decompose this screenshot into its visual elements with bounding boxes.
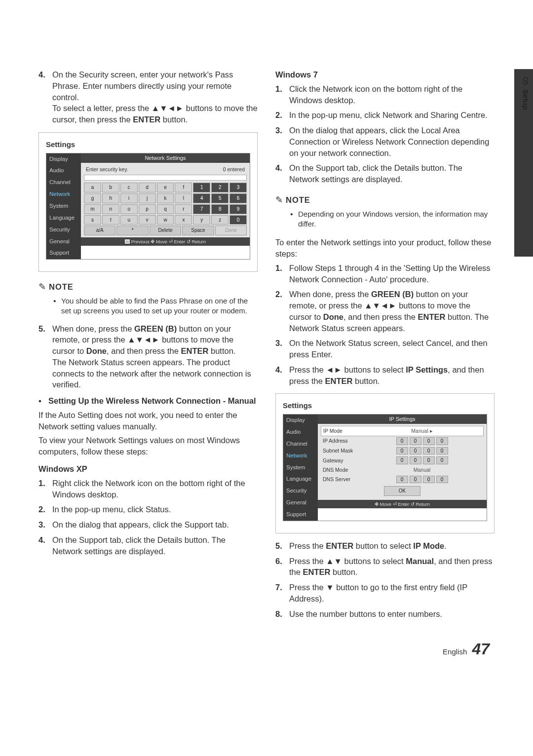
subsection-title: Setting Up the Wireless Network Connecti… <box>48 395 258 407</box>
sidebar-item-channel[interactable]: Channel <box>283 438 318 450</box>
octet[interactable]: 0 <box>396 447 408 455</box>
key-h[interactable]: h <box>102 193 119 203</box>
key-a[interactable]: a <box>84 183 101 192</box>
key-x[interactable]: x <box>175 215 192 225</box>
key-4[interactable]: 4 <box>193 193 210 203</box>
sidebar-item-general[interactable]: General <box>46 236 81 248</box>
chapter-number: 05 <box>522 77 530 85</box>
octet[interactable]: 0 <box>423 447 435 455</box>
key-9[interactable]: 9 <box>229 204 247 214</box>
key-[interactable]: * <box>116 226 148 235</box>
octet[interactable]: 0 <box>396 476 408 484</box>
step-number: 3. <box>275 338 289 360</box>
key-p[interactable]: p <box>139 204 156 214</box>
key-t[interactable]: t <box>102 215 119 225</box>
list-item: 1.Click the Network icon on the bottom r… <box>275 83 495 106</box>
key-m[interactable]: m <box>84 204 101 214</box>
key-3[interactable]: 3 <box>229 183 247 192</box>
sidebar-item-language[interactable]: Language <box>283 473 318 485</box>
key-8[interactable]: 8 <box>211 204 228 214</box>
field-label: DNS Mode <box>323 466 362 473</box>
sidebar-item-security[interactable]: Security <box>46 224 81 236</box>
octet[interactable]: 0 <box>396 437 408 445</box>
octet-group[interactable]: 0000 <box>362 476 482 484</box>
sidebar-item-audio[interactable]: Audio <box>46 165 81 177</box>
input-field[interactable] <box>84 175 247 181</box>
octet[interactable]: 0 <box>410 456 421 464</box>
key-0[interactable]: 0 <box>229 215 247 225</box>
key-g[interactable]: g <box>84 193 101 203</box>
octet[interactable]: 0 <box>410 447 421 455</box>
key-c[interactable]: c <box>120 183 138 192</box>
octet[interactable]: 0 <box>436 447 448 455</box>
key-1[interactable]: 1 <box>193 183 210 192</box>
key-space[interactable]: Space <box>182 226 214 235</box>
octet-group[interactable]: 0000 <box>362 456 482 464</box>
key-delete[interactable]: Delete <box>150 226 181 235</box>
field-value[interactable]: Manual ▸ <box>363 427 481 434</box>
sidebar-item-system[interactable]: System <box>46 200 81 212</box>
field-label: Subnet Mask <box>323 447 362 454</box>
ok-button[interactable]: OK <box>384 486 420 496</box>
octet-group[interactable]: 0000 <box>362 437 482 445</box>
note-icon: ✎ <box>275 194 283 206</box>
list-item: 1.Follow Steps 1 through 4 in the 'Setti… <box>275 263 495 285</box>
octet[interactable]: 0 <box>410 476 421 484</box>
octet[interactable]: 0 <box>436 476 448 484</box>
key-done[interactable]: Done <box>215 226 247 235</box>
field-label: Gateway <box>323 457 362 464</box>
key-v[interactable]: v <box>139 215 156 225</box>
sidebar-item-support[interactable]: Support <box>46 247 81 259</box>
right-column: Windows 7 1.Click the Network icon on th… <box>275 69 495 623</box>
key-2[interactable]: 2 <box>211 183 228 192</box>
key-b[interactable]: b <box>102 183 119 192</box>
key-f[interactable]: f <box>175 183 192 192</box>
sidebar-item-system[interactable]: System <box>283 462 318 474</box>
key-s[interactable]: s <box>84 215 101 225</box>
sidebar-item-network[interactable]: Network <box>283 450 318 462</box>
key-i[interactable]: i <box>120 193 138 203</box>
octet[interactable]: 0 <box>436 437 448 445</box>
page-number: 47 <box>472 640 490 658</box>
sidebar-item-security[interactable]: Security <box>283 485 318 497</box>
octet[interactable]: 0 <box>423 476 435 484</box>
key-j[interactable]: j <box>139 193 156 203</box>
step-number: 1. <box>38 478 52 500</box>
key-aa[interactable]: a/A <box>84 226 115 235</box>
key-l[interactable]: l <box>175 193 192 203</box>
octet[interactable]: 0 <box>423 456 435 464</box>
key-5[interactable]: 5 <box>211 193 228 203</box>
key-q[interactable]: q <box>157 204 174 214</box>
key-e[interactable]: e <box>157 183 174 192</box>
onscreen-keyboard[interactable]: abcdef123ghijkl456mnopqr789stuvwxyz0 <box>84 183 247 225</box>
octet[interactable]: 0 <box>423 437 435 445</box>
key-u[interactable]: u <box>120 215 138 225</box>
ui-title: Settings <box>283 401 487 411</box>
key-o[interactable]: o <box>120 204 138 214</box>
sidebar-item-display[interactable]: Display <box>283 415 318 426</box>
key-k[interactable]: k <box>157 193 174 203</box>
octet[interactable]: 0 <box>410 437 421 445</box>
list-item: 4.On the Support tab, click the Details … <box>275 162 495 185</box>
ip-row-ip-mode: IP ModeManual ▸ <box>321 426 484 436</box>
octet-group[interactable]: 0000 <box>362 447 482 455</box>
key-d[interactable]: d <box>139 183 156 192</box>
key-n[interactable]: n <box>102 204 119 214</box>
list-item: 4.On the Support tab, click the Details … <box>38 534 258 557</box>
key-6[interactable]: 6 <box>229 193 247 203</box>
sidebar-item-support[interactable]: Support <box>283 509 318 521</box>
key-z[interactable]: z <box>211 215 228 225</box>
sidebar-item-channel[interactable]: Channel <box>46 177 81 189</box>
sidebar-item-language[interactable]: Language <box>46 212 81 224</box>
key-w[interactable]: w <box>157 215 174 225</box>
keyboard-controls[interactable]: a/A*DeleteSpaceDone <box>84 226 247 235</box>
key-r[interactable]: r <box>175 204 192 214</box>
key-7[interactable]: 7 <box>193 204 210 214</box>
sidebar-item-network[interactable]: Network <box>46 189 81 200</box>
key-y[interactable]: y <box>193 215 210 225</box>
octet[interactable]: 0 <box>436 456 448 464</box>
sidebar-item-general[interactable]: General <box>283 497 318 509</box>
octet[interactable]: 0 <box>396 456 408 464</box>
sidebar-item-audio[interactable]: Audio <box>283 426 318 438</box>
sidebar-item-display[interactable]: Display <box>46 153 81 165</box>
